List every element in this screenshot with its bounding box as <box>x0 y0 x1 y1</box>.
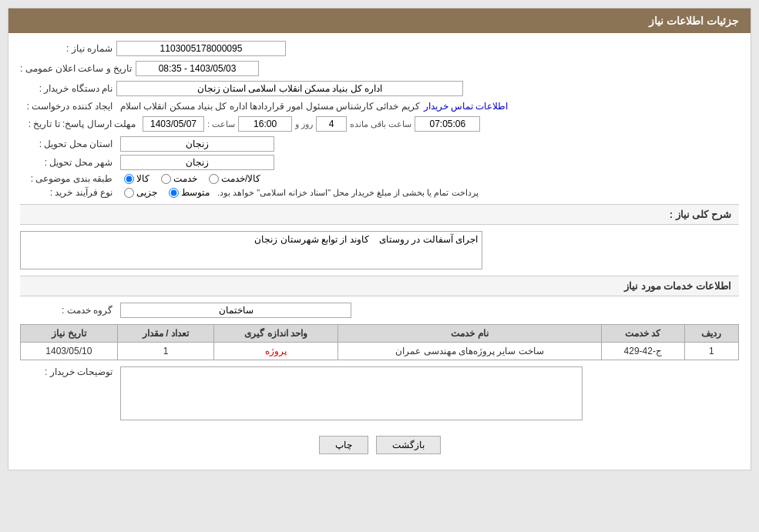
need-number-label: شماره نیاز : <box>20 43 113 54</box>
col-header-row-num: ردیف <box>684 325 738 343</box>
province-label: استان محل تحویل : <box>20 139 113 149</box>
services-section-label: اطلاعات خدمات مورد نیاز <box>624 280 731 292</box>
creator-row: اطلاعات تماس خریدار کریم خدائی کارشناس م… <box>20 101 739 112</box>
category-radio-2[interactable] <box>161 174 171 184</box>
cell-date: 1403/05/10 <box>21 343 118 360</box>
date-input[interactable] <box>136 61 259 76</box>
services-table-section: ردیف کد خدمت نام خدمت واحد اندازه گیری ت… <box>20 324 739 360</box>
category-option-2-label: خدمت <box>173 173 197 184</box>
cell-unit[interactable]: پروژه <box>214 343 338 360</box>
province-row: استان محل تحویل : <box>20 136 739 152</box>
process-radio-group: متوسط جزیی <box>124 187 210 198</box>
process-option-2[interactable]: متوسط <box>169 187 210 198</box>
col-header-code: کد خدمت <box>601 325 684 343</box>
countdown-input[interactable] <box>415 116 480 132</box>
deadline-date-input[interactable] <box>143 116 204 132</box>
org-input[interactable] <box>116 81 463 96</box>
time-label: ساعت : <box>207 119 235 129</box>
process-radio-1[interactable] <box>124 188 134 198</box>
page-wrapper: جزئیات اطلاعات نیاز شماره نیاز : تاریخ و… <box>0 0 759 532</box>
service-group-row: گروه خدمت : <box>20 303 739 318</box>
creator-value: کریم خدائی کارشناس مسئول امور قراردادها … <box>120 101 420 112</box>
print-button[interactable]: چاپ <box>319 436 368 454</box>
col-header-qty: تعداد / مقدار <box>117 325 214 343</box>
category-label: طبقه بندی موضوعی : <box>20 173 113 184</box>
days-input[interactable] <box>316 116 347 132</box>
date-label: تاریخ و ساعت اعلان عمومی : <box>20 63 132 74</box>
city-label: شهر محل تحویل : <box>20 157 113 168</box>
page-title: جزئیات اطلاعات نیاز <box>649 15 739 27</box>
category-radio-group: کالا/خدمت خدمت کالا <box>124 173 260 184</box>
cell-row-num: 1 <box>684 343 738 360</box>
contact-link[interactable]: اطلاعات تماس خریدار <box>424 101 509 112</box>
city-row: شهر محل تحویل : <box>20 155 739 170</box>
category-row: کالا/خدمت خدمت کالا طبقه بندی موضوعی : <box>20 173 739 184</box>
process-option-2-label: متوسط <box>181 187 210 198</box>
col-header-date: تاریخ نیاز <box>21 325 118 343</box>
process-radio-2[interactable] <box>169 188 179 198</box>
category-option-3-label: کالا/خدمت <box>221 173 260 184</box>
cell-name: ساخت سایر پروژه‌های مهندسی عمران <box>338 343 601 360</box>
cell-qty: 1 <box>117 343 214 360</box>
province-input[interactable] <box>120 136 274 152</box>
org-label: نام دستگاه خریدار : <box>20 83 113 94</box>
back-button[interactable]: بازگشت <box>376 436 441 454</box>
time-input[interactable] <box>238 116 292 132</box>
org-row: نام دستگاه خریدار : <box>20 81 739 96</box>
city-input[interactable] <box>120 155 274 170</box>
process-row: پرداخت تمام یا بخشی از مبلغ خریدار محل "… <box>20 187 739 198</box>
day-label: روز و <box>295 119 313 129</box>
table-header-row: ردیف کد خدمت نام خدمت واحد اندازه گیری ت… <box>21 325 739 343</box>
category-option-2[interactable]: خدمت <box>161 173 197 184</box>
buttons-row: بازگشت چاپ <box>20 428 739 462</box>
process-label: نوع فرآیند خرید : <box>20 187 113 198</box>
category-option-1[interactable]: کالا <box>124 173 149 184</box>
buyer-notes-row: توضیحات خریدار : <box>20 366 739 420</box>
need-number-input[interactable] <box>116 41 286 56</box>
deadline-row: ساعت باقی مانده روز و ساعت : مهلت ارسال … <box>20 116 739 132</box>
service-group-input[interactable] <box>120 303 351 318</box>
deadline-label: مهلت ارسال پاسخ: تا تاریخ : <box>20 119 136 129</box>
content-area: شماره نیاز : تاریخ و ساعت اعلان عمومی : … <box>8 33 751 470</box>
col-header-name: نام خدمت <box>338 325 601 343</box>
category-option-3[interactable]: کالا/خدمت <box>209 173 260 184</box>
category-radio-3[interactable] <box>209 174 219 184</box>
buyer-notes-label: توضیحات خریدار : <box>20 366 113 377</box>
table-row: 1 ج-42-429 ساخت سایر پروژه‌های مهندسی عم… <box>21 343 739 360</box>
page-header: جزئیات اطلاعات نیاز <box>8 8 751 33</box>
remaining-label: ساعت باقی مانده <box>350 119 411 129</box>
process-option-1-label: جزیی <box>136 187 157 198</box>
description-section-label: شرح کلی نیاز : <box>670 209 731 220</box>
category-radio-1[interactable] <box>124 174 134 184</box>
main-container: جزئیات اطلاعات نیاز شماره نیاز : تاریخ و… <box>8 8 751 470</box>
services-table: ردیف کد خدمت نام خدمت واحد اندازه گیری ت… <box>20 324 739 360</box>
process-option-1[interactable]: جزیی <box>124 187 157 198</box>
service-group-label: گروه خدمت : <box>20 305 113 316</box>
description-textarea[interactable]: اجرای آسفالت در روستای کاوند از توابع شه… <box>20 231 482 269</box>
description-section-header: شرح کلی نیاز : <box>20 204 739 225</box>
date-row: تاریخ و ساعت اعلان عمومی : <box>20 61 739 76</box>
process-note: پرداخت تمام یا بخشی از مبلغ خریدار محل "… <box>217 188 479 198</box>
description-box: اجرای آسفالت در روستای کاوند از توابع شه… <box>20 231 739 269</box>
col-header-unit: واحد اندازه گیری <box>214 325 338 343</box>
category-option-1-label: کالا <box>136 173 149 184</box>
creator-label: ایجاد کننده درخواست : <box>20 101 113 112</box>
services-section-header: اطلاعات خدمات مورد نیاز <box>20 276 739 296</box>
cell-code: ج-42-429 <box>601 343 684 360</box>
buyer-notes-textarea[interactable] <box>120 366 583 420</box>
need-number-row: شماره نیاز : <box>20 41 739 56</box>
